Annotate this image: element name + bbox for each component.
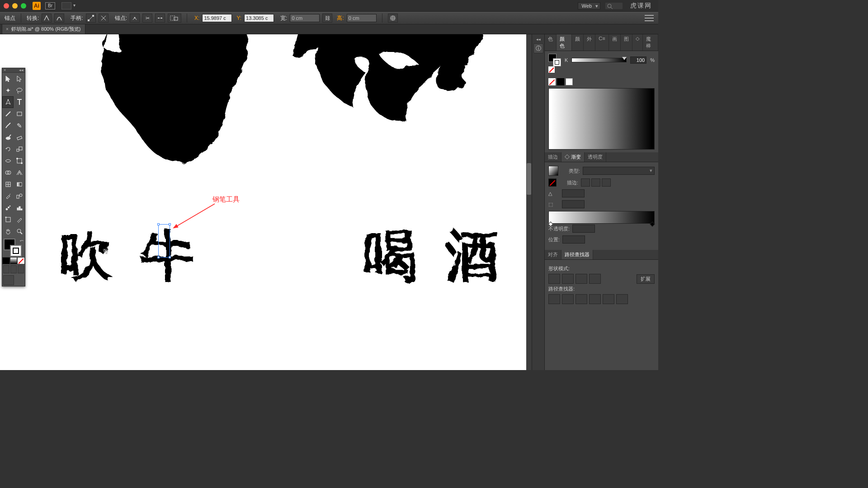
gradient-ramp[interactable] (548, 211, 655, 224)
convert-smooth-button[interactable] (54, 14, 64, 23)
gradient-type-select[interactable] (583, 167, 655, 175)
grayscale-spectrum[interactable] (548, 88, 655, 150)
remove-anchor-button[interactable] (130, 14, 140, 23)
search-icon[interactable] (605, 2, 623, 9)
h-field[interactable] (347, 14, 377, 22)
free-transform-tool[interactable] (14, 155, 25, 167)
gradient-stroke-swatch[interactable] (548, 178, 557, 187)
link-wh-icon[interactable]: ⛓ (322, 14, 332, 23)
hand-tool[interactable] (2, 225, 14, 237)
color-mode-solid[interactable] (2, 257, 10, 264)
mesh-tool[interactable] (2, 178, 14, 190)
collapse-dock-icon[interactable]: ◂◂ (532, 37, 544, 42)
cut-path-button[interactable] (155, 14, 165, 23)
outline-button[interactable] (603, 294, 614, 304)
close-tab-icon[interactable]: × (6, 27, 9, 32)
slice-tool[interactable] (14, 214, 25, 225)
stroke-swatch[interactable] (10, 245, 22, 257)
tab-magicwand[interactable]: 魔棒 (643, 34, 658, 51)
vertical-scrollbar[interactable] (526, 34, 532, 370)
magic-wand-tool[interactable]: ✦ (2, 84, 14, 96)
merge-button[interactable] (576, 294, 587, 304)
gradient-position-field[interactable] (562, 235, 585, 244)
pen-tool[interactable] (2, 96, 14, 108)
panel-fill-stroke[interactable] (548, 54, 561, 66)
gradient-aspect-field[interactable] (562, 200, 585, 208)
crop-button[interactable] (589, 294, 601, 304)
k-slider[interactable] (571, 58, 627, 62)
width-tool[interactable] (2, 155, 14, 167)
rotate-tool[interactable] (2, 143, 14, 155)
selection-bounding-box[interactable] (158, 224, 170, 258)
document-tab[interactable]: × 虾胡闹.ai* @ 800% (RGB/预览) (2, 24, 85, 34)
rectangle-tool[interactable] (14, 108, 25, 120)
selection-tool[interactable] (2, 73, 14, 84)
lasso-tool[interactable] (14, 84, 25, 96)
eraser-tool[interactable] (14, 131, 25, 143)
eyedropper-tool[interactable] (2, 190, 14, 202)
scale-tool[interactable] (14, 143, 25, 155)
perspective-grid-tool[interactable] (14, 167, 25, 178)
grad-stroke-b1[interactable] (581, 178, 590, 187)
k-value-field[interactable] (630, 56, 646, 64)
artboard-tool[interactable] (2, 214, 14, 225)
tab-opacity[interactable]: 透明度 (585, 152, 606, 162)
color-mode-gradient[interactable] (10, 257, 18, 264)
tab-color2[interactable]: 颜 (572, 34, 584, 51)
tab-color-active[interactable]: 颜色 (557, 34, 572, 51)
tab-align[interactable]: 对齐 (545, 250, 561, 259)
control-bar-menu-icon[interactable] (645, 15, 654, 21)
pencil-tool[interactable]: ✎ (14, 120, 25, 131)
close-window-button[interactable] (4, 3, 9, 9)
x-field[interactable] (202, 14, 232, 22)
arrange-documents-button[interactable] (61, 2, 71, 9)
fill-stroke-swatch[interactable]: ⤺ (2, 237, 25, 257)
align-to-pixel-button[interactable] (388, 14, 398, 23)
spectrum-none-swatch[interactable] (548, 78, 556, 85)
expand-button[interactable]: 扩展 (637, 274, 655, 284)
draw-normal[interactable] (3, 265, 9, 273)
type-tool[interactable] (14, 96, 25, 108)
spectrum-black-swatch[interactable] (557, 78, 564, 85)
artboard[interactable]: 吹牛 喝酒 钢笔工具 (0, 34, 526, 370)
paintbrush-tool[interactable] (2, 120, 14, 131)
tab-color[interactable]: 色 (545, 34, 557, 51)
gradient-tool[interactable] (14, 178, 25, 190)
exclude-button[interactable] (589, 274, 601, 284)
shape-builder-tool[interactable] (2, 167, 14, 178)
direct-selection-tool[interactable] (14, 73, 25, 84)
column-graph-tool[interactable] (14, 202, 25, 214)
tab-swatches[interactable]: C≡ (595, 34, 609, 51)
intersect-button[interactable] (576, 274, 587, 284)
gradient-opacity-field[interactable] (572, 225, 595, 233)
minus-back-button[interactable] (616, 294, 628, 304)
connect-anchor-button[interactable]: ✂ (142, 14, 152, 23)
maximize-window-button[interactable] (21, 3, 26, 9)
blob-brush-tool[interactable] (2, 131, 14, 143)
bridge-button[interactable]: Br (45, 2, 55, 9)
show-handles-button[interactable] (86, 14, 96, 23)
draw-inside[interactable] (18, 265, 24, 273)
grad-stroke-b2[interactable] (591, 178, 600, 187)
color-mode-none[interactable] (17, 257, 25, 264)
tab-appearance[interactable]: 外 (584, 34, 595, 51)
y-field[interactable] (244, 14, 274, 22)
w-field[interactable] (290, 14, 320, 22)
tab-pathfinder[interactable]: 路径查找器 (561, 250, 593, 259)
grad-stroke-b3[interactable] (602, 178, 611, 187)
swap-fill-stroke-icon[interactable]: ⤺ (20, 238, 24, 243)
screen-mode-button[interactable] (2, 274, 25, 286)
tab-brush[interactable]: 画 (609, 34, 621, 51)
spectrum-white-swatch[interactable] (566, 78, 573, 85)
tools-panel-grip[interactable]: ×◂◂ (2, 68, 25, 73)
isolate-button[interactable] (168, 14, 181, 23)
gradient-angle-field[interactable] (562, 189, 585, 197)
symbol-sprayer-tool[interactable] (2, 202, 14, 214)
minimize-window-button[interactable] (12, 3, 18, 9)
gradient-preview-swatch[interactable] (548, 166, 558, 176)
zoom-tool[interactable] (14, 225, 25, 237)
draw-behind[interactable] (10, 265, 17, 273)
workspace-switcher[interactable]: Web (578, 2, 600, 9)
unite-button[interactable] (548, 274, 560, 284)
tab-transparency[interactable]: ◇ (632, 34, 643, 51)
